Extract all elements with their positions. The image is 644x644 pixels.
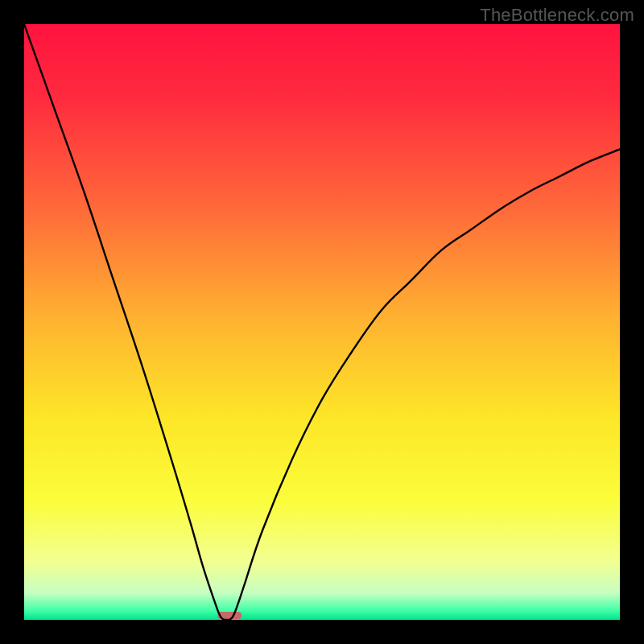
chart-frame: TheBottleneck.com	[0, 0, 644, 644]
plot-area	[24, 24, 620, 620]
chart-svg	[24, 24, 620, 620]
gradient-rect	[24, 24, 620, 620]
watermark-text: TheBottleneck.com	[480, 5, 634, 26]
